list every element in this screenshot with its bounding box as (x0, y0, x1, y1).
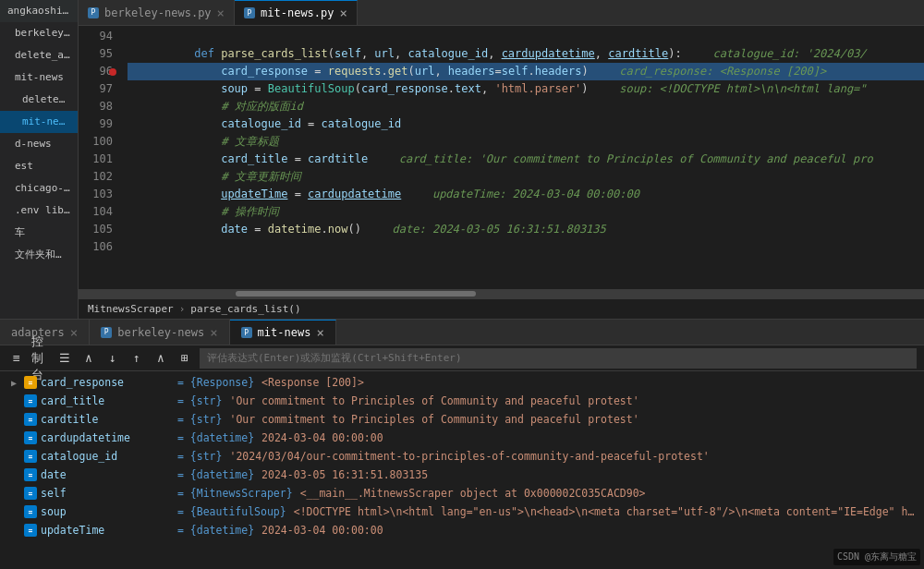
expand-updatetime[interactable] (7, 524, 20, 537)
var-name-cardtitle: cardtitle (41, 413, 170, 426)
var-icon-soup: = (24, 505, 37, 518)
py-icon-debug-berkeley: P (101, 327, 112, 338)
expand-cardtitle[interactable] (7, 413, 20, 426)
var-type-updatetime: = {datetime} (177, 524, 254, 537)
sidebar-item-delete1[interactable]: delete_all_da (0, 44, 78, 67)
debug-btn-3[interactable]: ↓ (103, 349, 122, 368)
sidebar-item-folder[interactable]: 文件夹和控制台 (0, 244, 78, 266)
breakpoint-96 (109, 68, 116, 76)
var-type-soup: = {BeautifulSoup} (177, 505, 286, 518)
var-name-soup: soup (41, 505, 170, 518)
var-name-cardupdatetime: cardupdatetime (41, 431, 170, 444)
sidebar-item-berkeley-news[interactable]: berkeley-news (0, 22, 78, 44)
debug-tab-berkeley[interactable]: P berkeley-news × (90, 320, 229, 345)
line-num-94: 94 (100, 28, 113, 45)
var-row-updatetime[interactable]: = updateTime = {datetime} 2024-03-04 00:… (0, 521, 924, 539)
line-num-95: 95 (100, 45, 113, 63)
debug-btn-2[interactable]: ∧ (79, 349, 98, 368)
var-row-date[interactable]: = date = {datetime} 2024-03-05 16:31:51.… (0, 466, 924, 484)
editor-area: angkaoshiyua berkeley-news delete_all_da… (0, 0, 924, 319)
close-debug-mit[interactable]: × (316, 325, 323, 340)
sidebar-item-env[interactable]: .env library根目 (0, 200, 78, 222)
breadcrumb-separator: › (179, 303, 186, 315)
expand-self[interactable] (7, 487, 20, 500)
sidebar-item-angkaoshiyua[interactable]: angkaoshiyua (0, 0, 78, 22)
line-num-103: 103 (92, 186, 113, 203)
tab-berkeley-news[interactable]: P berkeley-news.py × (79, 0, 235, 25)
var-row-self[interactable]: = self = {MitnewsScraper} <__main__.Mitn… (0, 484, 924, 502)
debug-tab-mit[interactable]: P mit-news × (230, 320, 336, 345)
debug-btn-logger[interactable]: ≡ (7, 349, 26, 368)
sidebar: angkaoshiyua berkeley-news delete_all_da… (0, 0, 79, 319)
expand-cardupdatetime[interactable] (7, 431, 20, 444)
var-icon-card-response: = (24, 376, 37, 389)
expand-card-response[interactable]: ▶ (7, 376, 20, 389)
var-name-card-response: card_response (41, 376, 170, 389)
expand-soup[interactable] (7, 505, 20, 518)
close-debug-adapters[interactable]: × (70, 325, 78, 340)
sidebar-item-delete2[interactable]: delete_all_da (0, 89, 78, 111)
var-name-card-title: card_title (41, 394, 170, 407)
debug-btn-6[interactable]: ⊞ (176, 349, 194, 368)
code-lines[interactable]: def parse_cards_list(self, url, catalogu… (120, 26, 924, 289)
close-debug-berkeley[interactable]: × (210, 325, 217, 340)
var-name-catalogue-id: catalogue_id (41, 450, 170, 463)
line-num-105: 105 (92, 221, 113, 238)
var-row-soup[interactable]: = soup = {BeautifulSoup} <!DOCTYPE html>… (0, 502, 924, 521)
var-icon-date: = (24, 468, 37, 481)
debug-panel: adapters × P berkeley-news × P mit-news … (0, 319, 924, 569)
line-num-102: 102 (92, 168, 113, 186)
var-name-date: date (41, 468, 170, 481)
sidebar-item-car[interactable]: 车 (0, 222, 78, 244)
line-num-100: 100 (92, 133, 113, 151)
sidebar-item-d-news[interactable]: d-news (0, 133, 78, 155)
var-icon-card-title: = (24, 394, 37, 407)
debug-btn-console[interactable]: 控制台 (31, 349, 50, 368)
debug-btn-1[interactable]: ☰ (55, 349, 74, 368)
var-value-updatetime: 2024-03-04 00:00:00 (261, 524, 917, 537)
debug-toolbar: ≡ 控制台 ☰ ∧ ↓ ↑ ∧ ⊞ (0, 345, 924, 371)
py-icon-mit: P (244, 7, 255, 18)
var-type-catalogue-id: = {str} (177, 450, 222, 463)
var-row-card-response[interactable]: ▶ = card_response = {Response} <Response… (0, 373, 924, 392)
var-value-card-response: <Response [200]> (261, 376, 917, 389)
var-name-updatetime: updateTime (41, 524, 170, 537)
var-row-card-title[interactable]: = card_title = {str} 'Our commitment to … (0, 392, 924, 410)
debug-expression-input[interactable] (200, 348, 917, 369)
tab-mit-news[interactable]: P mit-news.py × (235, 0, 358, 25)
var-type-cardupdatetime: = {datetime} (177, 431, 254, 444)
debug-btn-5[interactable]: ∧ (152, 349, 170, 368)
sidebar-item-est[interactable]: est (0, 155, 78, 177)
sidebar-item-mit-news-py[interactable]: mit-news.py (0, 111, 78, 133)
tab-label-mit: mit-news.py (261, 6, 334, 19)
var-icon-updatetime: = (24, 524, 37, 537)
var-row-cardupdatetime[interactable]: = cardupdatetime = {datetime} 2024-03-04… (0, 429, 924, 447)
sidebar-item-chicago-news[interactable]: chicago-news (0, 177, 78, 200)
var-icon-self: = (24, 487, 37, 500)
expand-date[interactable] (7, 468, 20, 481)
debug-btn-4[interactable]: ↑ (128, 349, 146, 368)
var-icon-cardupdatetime: = (24, 431, 37, 444)
line-num-101: 101 (92, 151, 113, 168)
var-icon-cardtitle: = (24, 413, 37, 426)
var-row-catalogue-id[interactable]: = catalogue_id = {str} '2024/03/04/our-c… (0, 447, 924, 466)
var-value-soup: <!DOCTYPE html>\n<html lang="en-us">\n<h… (294, 505, 917, 518)
breadcrumb-method: parse_cards_list() (190, 303, 300, 315)
var-value-self: <__main__.MitnewsScraper object at 0x000… (300, 487, 917, 500)
line-numbers: 94 95 96 97 98 99 100 101 102 103 104 10… (79, 26, 120, 289)
sidebar-item-mit-news[interactable]: mit-news (0, 67, 78, 89)
var-value-card-title: 'Our commitment to Principles of Communi… (229, 394, 917, 407)
var-row-cardtitle[interactable]: = cardtitle = {str} 'Our commitment to P… (0, 410, 924, 429)
code-editor: P berkeley-news.py × P mit-news.py × 94 … (79, 0, 924, 319)
expand-catalogue-id[interactable] (7, 450, 20, 463)
close-tab-berkeley[interactable]: × (217, 6, 225, 20)
var-icon-catalogue-id: = (24, 450, 37, 463)
code-content: 94 95 96 97 98 99 100 101 102 103 104 10… (79, 26, 924, 289)
close-tab-mit[interactable]: × (340, 6, 347, 20)
var-value-catalogue-id: '2024/03/04/our-commitment-to-principles… (229, 450, 917, 463)
expand-card-title[interactable] (7, 394, 20, 407)
code-line-94: def parse_cards_list(self, url, catalogu… (128, 28, 924, 45)
var-name-self: self (41, 487, 170, 500)
code-scrollbar[interactable] (79, 289, 924, 298)
watermark: CSDN @东离与糖宝 (833, 549, 920, 565)
